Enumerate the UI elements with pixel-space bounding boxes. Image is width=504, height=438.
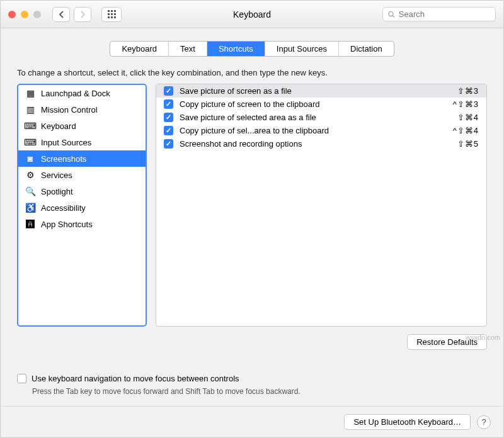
shortcut-label: Screenshot and recording options	[180, 139, 430, 149]
category-item-mission-control[interactable]: ▥Mission Control	[18, 101, 146, 118]
help-button[interactable]: ?	[477, 415, 491, 429]
screenshot-icon: ◙	[25, 153, 36, 164]
services-icon: ⚙	[25, 169, 36, 181]
nav-buttons	[52, 7, 91, 22]
forward-button[interactable]	[74, 7, 91, 22]
shortcut-key[interactable]: ⇧⌘5	[436, 139, 479, 149]
shortcut-label: Copy picture of screen to the clipboard	[180, 99, 430, 109]
search-icon	[388, 11, 395, 18]
bluetooth-keyboard-button[interactable]: Set Up Bluetooth Keyboard…	[344, 414, 471, 430]
category-label: App Shortcuts	[41, 220, 93, 229]
footer-options: Use keyboard navigation to move focus be…	[17, 374, 487, 396]
zoom-button[interactable]	[33, 11, 41, 18]
category-item-spotlight[interactable]: 🔍Spotlight	[18, 183, 146, 199]
category-label: Accessibility	[41, 203, 86, 213]
app-icon: 🅰	[25, 218, 36, 230]
tab-keyboard[interactable]: Keyboard	[110, 42, 169, 56]
category-item-input-sources[interactable]: ⌨Input Sources	[18, 134, 146, 150]
shortcut-checkbox[interactable]: ✓	[164, 113, 173, 122]
tab-dictation[interactable]: Dictation	[339, 42, 394, 56]
shortcut-label: Save picture of screen as a file	[180, 86, 430, 96]
shortcut-key[interactable]: ⇧⌘4	[436, 113, 479, 122]
launchpad-icon: ▦	[25, 87, 36, 99]
category-item-launchpad-dock[interactable]: ▦Launchpad & Dock	[18, 85, 146, 101]
keyboard-navigation-checkbox[interactable]	[17, 374, 26, 383]
shortcut-checkbox[interactable]: ✓	[164, 99, 173, 109]
bottom-bar: Set Up Bluetooth Keyboard… ?	[1, 406, 503, 437]
category-item-keyboard[interactable]: ⌨Keyboard	[18, 118, 146, 134]
shortcut-row[interactable]: ✓Copy picture of screen to the clipboard…	[156, 98, 486, 111]
search-input[interactable]	[399, 9, 490, 19]
keyboard-icon: ⌨	[25, 120, 36, 132]
content-area: KeyboardTextShortcutsInput SourcesDictat…	[1, 28, 503, 406]
shortcut-key[interactable]: ^⇧⌘3	[436, 99, 479, 109]
shortcut-label: Save picture of selected area as a file	[180, 113, 430, 122]
close-button[interactable]	[8, 11, 16, 18]
shortcut-key[interactable]: ^⇧⌘4	[436, 126, 479, 135]
tab-text[interactable]: Text	[169, 42, 207, 56]
category-label: Screenshots	[41, 154, 86, 164]
category-item-services[interactable]: ⚙Services	[18, 167, 146, 183]
input-icon: ⌨	[25, 137, 36, 148]
category-item-app-shortcuts[interactable]: 🅰App Shortcuts	[18, 216, 146, 232]
category-label: Services	[41, 171, 72, 180]
shortcut-row[interactable]: ✓Copy picture of sel...area to the clipb…	[156, 124, 486, 137]
category-item-accessibility[interactable]: ♿Accessibility	[18, 199, 146, 216]
search-field[interactable]	[382, 7, 496, 21]
window-controls	[8, 11, 41, 18]
svg-point-0	[389, 11, 393, 16]
keyboard-navigation-label: Use keyboard navigation to move focus be…	[32, 374, 239, 383]
show-all-button[interactable]	[101, 7, 122, 22]
shortcut-row[interactable]: ✓Save picture of selected area as a file…	[156, 111, 486, 124]
preferences-window: Keyboard KeyboardTextShortcutsInput Sour…	[0, 0, 504, 438]
watermark: wsxdn.com	[466, 334, 500, 341]
tab-bar: KeyboardTextShortcutsInput SourcesDictat…	[17, 41, 487, 57]
shortcut-list[interactable]: ✓Save picture of screen as a file⇧⌘3✓Cop…	[156, 84, 487, 327]
category-list[interactable]: ▦Launchpad & Dock▥Mission Control⌨Keyboa…	[17, 84, 147, 327]
shortcut-checkbox[interactable]: ✓	[164, 86, 173, 96]
instructions-label: To change a shortcut, select it, click t…	[17, 68, 487, 77]
category-label: Input Sources	[41, 138, 91, 147]
shortcut-label: Copy picture of sel...area to the clipbo…	[180, 126, 430, 135]
shortcut-checkbox[interactable]: ✓	[164, 126, 173, 135]
shortcut-checkbox[interactable]: ✓	[164, 139, 173, 149]
back-button[interactable]	[52, 7, 70, 22]
svg-line-1	[392, 15, 394, 17]
window-title: Keyboard	[128, 9, 376, 20]
category-label: Keyboard	[41, 121, 76, 131]
titlebar: Keyboard	[1, 1, 503, 28]
category-label: Mission Control	[41, 105, 98, 115]
category-label: Launchpad & Dock	[41, 89, 110, 98]
grid-icon	[108, 10, 116, 18]
category-item-screenshots[interactable]: ◙Screenshots	[18, 150, 146, 167]
footer-hint: Press the Tab key to move focus forward …	[32, 387, 487, 396]
minimize-button[interactable]	[21, 11, 28, 18]
accessibility-icon: ♿	[25, 202, 36, 213]
mission-icon: ▥	[25, 104, 36, 115]
spotlight-icon: 🔍	[25, 186, 36, 197]
tab-shortcuts[interactable]: Shortcuts	[207, 42, 265, 56]
shortcut-row[interactable]: ✓Save picture of screen as a file⇧⌘3	[156, 84, 486, 98]
panels: ▦Launchpad & Dock▥Mission Control⌨Keyboa…	[17, 84, 487, 327]
tab-input-sources[interactable]: Input Sources	[265, 42, 339, 56]
shortcut-key[interactable]: ⇧⌘3	[436, 86, 479, 96]
category-label: Spotlight	[41, 187, 73, 196]
shortcut-row[interactable]: ✓Screenshot and recording options⇧⌘5	[156, 137, 486, 150]
